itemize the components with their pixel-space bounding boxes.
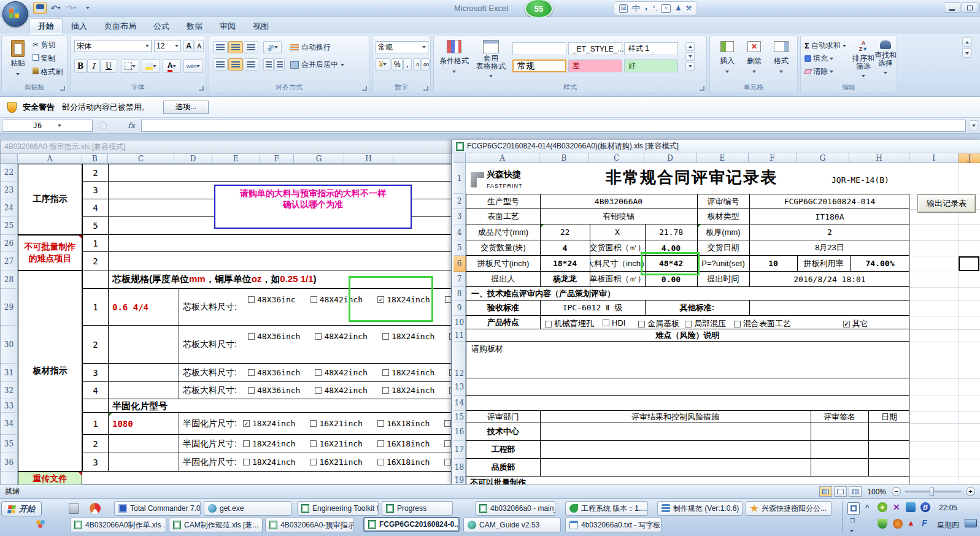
cell-d34[interactable]: 半固化片尺寸: ✓18X24inch 16X21inch 16X18inch 卷 [179,413,458,434]
language-bar-icon[interactable] [847,502,860,515]
value-proposer[interactable]: 杨龙龙 [540,272,590,286]
show-desktop-icon[interactable] [965,519,977,527]
column-header-f[interactable]: F [749,153,797,163]
cell-style-et-style[interactable]: _ET_STYLE_... [568,42,622,55]
cell-b26[interactable]: 1 [83,235,109,251]
align-right-button[interactable] [244,58,258,71]
customize-qat-button[interactable] [81,2,95,14]
task-main-qa[interactable]: 4b032066a0 - main_qa [475,501,555,516]
sheet-row-31[interactable]: 3 芯板大料尺寸: 48X36inch 48X42inch 18X24inch … [82,364,458,382]
clear-button[interactable]: 清除 [804,66,833,77]
office-button[interactable] [2,1,28,27]
column-header-j-selected[interactable]: J [959,153,980,163]
tray-purple-x-icon[interactable]: ✕ [893,502,900,512]
tab-page-layout[interactable]: 页面布局 [96,18,145,34]
task-engineering-system[interactable]: 工程系统 版本：1.... [565,501,648,516]
cell-d35[interactable]: 半固化片尺寸: 18X24inch 16X21inch 16X18inch 卷 [179,435,458,453]
value-acceptance-standard[interactable]: IPC-6012 Ⅱ 级 [540,301,645,315]
value-submit-time[interactable]: 2016/8/24 18:01 [749,272,910,286]
value-delivery-date[interactable]: 8月23日 [749,240,910,255]
row-header-8[interactable]: 8 [453,287,466,301]
checkbox[interactable] [248,333,255,340]
zoom-slider[interactable] [905,491,962,492]
column-header-h[interactable]: H [849,153,909,163]
row-header-35[interactable]: 35 [1,435,18,453]
quick-launch-dots-icon[interactable] [36,519,46,530]
form-row-16[interactable]: 技术中心 [466,423,909,441]
cell-reupload-file[interactable]: 重传文件 [18,472,82,485]
cell-b27[interactable]: 2 [83,252,109,270]
checkbox[interactable] [444,440,451,447]
form-row-11[interactable]: 难点（风险）说明 [466,329,909,342]
form-row-9[interactable]: 验收标准 IPC-6012 Ⅱ 级 其他标准: [466,301,909,316]
align-middle-button[interactable] [228,41,243,53]
value-size-y[interactable]: 21.78 [645,224,697,240]
task-cam-spec[interactable]: CAM制作规范.xls [兼... [169,518,263,532]
row-header-19[interactable]: 19 [453,477,466,484]
select-all-corner[interactable] [1,154,18,164]
checkbox[interactable] [734,321,741,327]
checkbox[interactable] [310,420,317,427]
form-row-4[interactable]: 成品尺寸(mm) 22 X 21.78 板厚(mm) 2 [466,224,909,240]
row-header-1[interactable]: 1 [453,163,466,194]
decrease-decimal-button[interactable]: .00 [422,58,430,71]
output-record-button[interactable]: 输出记录表 [917,194,976,213]
task-engineering-toolkit[interactable]: Engineering Toolkit 9.... [297,501,379,516]
underline-button[interactable]: U [100,59,117,73]
comma-button[interactable]: , [403,58,412,71]
row-header-36[interactable]: 36 [1,453,18,472]
column-header-a[interactable]: A [466,153,539,163]
cell-d32[interactable]: 芯板大料尺寸: 48X36inch 48X42inch 18X24inch 请 [179,382,458,399]
form-row-13[interactable] [466,378,909,396]
row-header-13[interactable]: 13 [453,378,466,396]
paste-button[interactable]: 粘贴 [4,39,31,83]
row-header-10[interactable]: 10 [453,316,466,329]
conditional-formatting-button[interactable]: 条件格式 [438,40,471,75]
cell-style-bad[interactable]: 差 [568,59,622,72]
form-row-8[interactable]: 一、技术难点评审内容（产品策划评审） [466,287,909,301]
task-preview-instruction[interactable]: 4B032066A0-预审指示.... [265,518,354,532]
cell-d30[interactable]: 芯板大料尺寸: 48X36inch 48X42inch 18X24inch 请 [179,326,458,363]
column-header-b[interactable]: B [539,153,589,163]
number-dialog-launcher[interactable] [423,86,428,91]
cell-c29[interactable]: 0.6 4/4 [109,289,179,325]
row-header-33[interactable]: 33 [1,399,18,413]
expand-formula-bar-button[interactable] [970,120,978,131]
align-bottom-button[interactable] [244,41,258,53]
zoom-in-button[interactable]: + [966,487,975,496]
value-panel-utilization[interactable]: 74.00% [850,256,910,271]
comment-text-box[interactable]: 请购单的大料与预审指示的大料不一样 确认以哪个为准 [214,185,412,229]
value-product-model[interactable]: 4B032066A0 [540,194,697,209]
row-header-15[interactable]: 15 [453,411,466,423]
checkbox[interactable] [310,459,317,465]
checkbox[interactable] [545,321,552,327]
ime-user-icon[interactable]: ♟ [675,4,681,12]
insert-function-button[interactable]: fx [128,121,135,130]
row-header-34[interactable]: 34 [1,413,18,435]
row-header-31[interactable]: 31 [1,364,18,382]
cell-style-style1[interactable]: 样式 1 [624,42,678,55]
row-header-6-selected[interactable]: 6 [453,256,466,272]
font-color-button[interactable]: A [163,59,181,73]
value-requested-material[interactable]: 请购板材 [471,343,503,354]
copy-button[interactable]: 复制 [33,53,55,64]
value-p-unit[interactable]: 10 [749,256,797,271]
insert-cells-button[interactable]: 插入 [715,41,739,75]
increase-decimal-button[interactable]: .0 [413,58,421,71]
sheet-row-36[interactable]: 3 半固化片尺寸: 18X24inch 16X21inch 16X18inch … [82,453,458,472]
align-top-button[interactable] [213,41,228,53]
cell-c30[interactable] [109,326,179,363]
cell-d36[interactable]: 半固化片尺寸: 18X24inch 16X21inch 16X18inch 卷 [179,453,458,471]
column-header-d[interactable]: D [174,154,212,164]
checkbox[interactable] [377,440,384,447]
row-header-37[interactable] [1,472,18,485]
autosum-button[interactable]: Σ自动求和 [804,40,846,51]
cell-style-blank[interactable] [512,42,566,55]
alignment-dialog-launcher[interactable] [362,86,367,91]
styles-gallery-down-button[interactable] [685,52,695,61]
tray-triangle-icon[interactable]: ▲ [907,518,915,527]
cell-c35[interactable] [109,435,179,453]
row-header-7[interactable]: 7 [453,272,466,287]
form-row-2[interactable]: 生产型号 4B032066A0 评审编号 FCGP6GC20160824-014 [466,194,909,209]
checkbox[interactable] [444,420,451,427]
